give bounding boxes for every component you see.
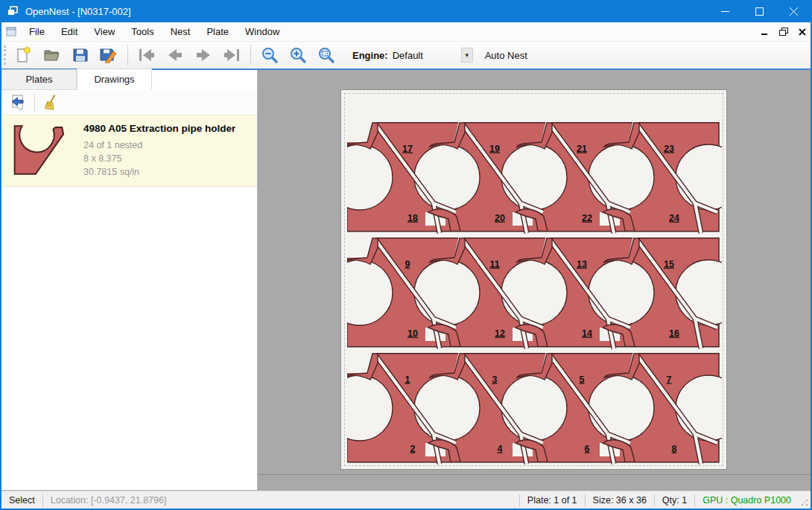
part-number: 9: [405, 259, 410, 270]
mdi-window-edge: [258, 474, 811, 475]
mdi-child-icon[interactable]: [1, 27, 21, 36]
part-number: 19: [489, 144, 500, 154]
part-number: 12: [495, 328, 505, 339]
app-window: OpenNest - [N0317-002] File Edit View To…: [0, 0, 812, 510]
engine-combobox[interactable]: Default ▼: [393, 48, 473, 63]
engine-label: Engine:: [352, 50, 388, 61]
part-area: 30.7815 sq/in: [83, 165, 235, 179]
open-folder-icon: [43, 47, 61, 63]
drawings-toolbar: [1, 90, 257, 115]
main-toolbar: Engine: Default ▼ Auto Nest: [1, 42, 811, 70]
toolbar-separator: [250, 45, 251, 66]
drawing-list-item[interactable]: 4980 A05 Extraction pipe holder 24 of 1 …: [1, 115, 257, 187]
status-size: Size: 36 x 36: [586, 495, 654, 506]
zoom-out-button[interactable]: [256, 43, 284, 67]
status-mode: Select: [1, 495, 42, 506]
title-bar: OpenNest - [N0317-002]: [1, 0, 811, 22]
part-number: 2: [410, 444, 416, 454]
menu-view[interactable]: View: [86, 23, 123, 40]
new-file-icon: [16, 46, 32, 64]
next-arrow-icon: [195, 48, 212, 62]
zoom-in-icon: [289, 46, 307, 64]
part-number: 22: [582, 213, 592, 223]
maximize-button[interactable]: [742, 0, 776, 22]
part-number: 14: [582, 328, 592, 339]
open-button[interactable]: [38, 43, 66, 67]
engine-value: Default: [393, 50, 461, 61]
toolbar-grip[interactable]: [4, 45, 10, 65]
first-arrow-icon: [138, 48, 156, 62]
tab-plates[interactable]: Plates: [1, 69, 77, 90]
zoom-fit-button[interactable]: [312, 43, 340, 67]
first-plate-button[interactable]: [133, 43, 161, 67]
engine-dropdown-button[interactable]: ▼: [461, 48, 473, 63]
part-number: 3: [492, 374, 498, 385]
menu-plate[interactable]: Plate: [198, 23, 237, 40]
menu-edit[interactable]: Edit: [53, 23, 86, 40]
part-number: 7: [667, 374, 672, 385]
app-icon: [1, 5, 24, 17]
next-plate-button[interactable]: [189, 43, 218, 67]
save-button[interactable]: [66, 43, 95, 67]
part-nested-count: 24 of 1 nested: [83, 138, 235, 152]
menu-nest[interactable]: Nest: [162, 23, 199, 40]
panel-toolbar-separator: [34, 94, 35, 112]
zoom-out-icon: [261, 46, 279, 64]
part-number: 16: [669, 328, 679, 339]
return-part-button[interactable]: [6, 92, 30, 113]
part-number: 15: [664, 259, 674, 270]
previous-arrow-icon: [167, 48, 183, 62]
nested-parts-row[interactable]: 1719212318202224: [347, 122, 722, 234]
nested-parts-row[interactable]: 13572468: [347, 353, 722, 465]
last-arrow-icon: [223, 48, 241, 62]
mdi-minimize-button[interactable]: [761, 28, 769, 35]
toolbar-separator: [127, 45, 128, 66]
menu-window[interactable]: Window: [237, 23, 288, 40]
part-dimensions: 8 x 8.375: [83, 152, 235, 165]
part-number: 8: [672, 444, 677, 454]
left-panel: Plates Drawings: [1, 70, 258, 491]
resize-grip[interactable]: [799, 491, 811, 509]
status-qty: Qty: 1: [655, 495, 694, 506]
menu-bar: File Edit View Tools Nest Plate Window: [1, 22, 811, 42]
status-gpu: GPU : Quadro P1000: [695, 495, 799, 506]
menu-tools[interactable]: Tools: [123, 23, 162, 40]
part-number: 21: [577, 144, 587, 154]
last-plate-button[interactable]: [218, 43, 246, 67]
tab-drawings[interactable]: Drawings: [77, 68, 152, 90]
part-title: 4980 A05 Extraction pipe holder: [83, 123, 235, 134]
part-number: 11: [489, 259, 499, 270]
zoom-fit-icon: [317, 46, 335, 64]
part-number: 6: [585, 444, 590, 454]
close-button[interactable]: [776, 0, 811, 22]
save-as-button[interactable]: [95, 43, 123, 67]
part-number: 13: [577, 259, 587, 270]
mdi-restore-button[interactable]: [779, 28, 788, 36]
part-number: 18: [407, 213, 418, 223]
part-number: 5: [580, 374, 585, 385]
status-plate: Plate: 1 of 1: [520, 495, 585, 506]
menu-file[interactable]: File: [21, 23, 53, 40]
panel-tabs: Plates Drawings: [1, 70, 257, 90]
part-shape-icon: [12, 124, 72, 177]
status-location: Location: [-0.9437, 21.8796]: [43, 495, 174, 506]
zoom-in-button[interactable]: [284, 43, 312, 67]
part-number: 24: [669, 213, 679, 223]
plate-sheet[interactable]: 171921231820222491113151012141613572468: [340, 89, 727, 470]
previous-plate-button[interactable]: [161, 43, 189, 67]
part-number: 4: [498, 444, 503, 454]
save-edit-icon: [100, 47, 118, 63]
nested-parts-row[interactable]: 911131510121416: [347, 238, 722, 349]
part-thumbnail: [10, 121, 73, 179]
part-number: 20: [495, 213, 505, 223]
part-number: 23: [664, 144, 674, 154]
auto-nest-button[interactable]: Auto Nest: [480, 47, 532, 64]
save-icon: [72, 47, 89, 63]
nest-canvas[interactable]: 171921231820222491113151012141613572468: [258, 70, 811, 491]
status-bar: Select Location: [-0.9437, 21.8796] Plat…: [1, 491, 811, 509]
mdi-close-button[interactable]: [799, 28, 806, 36]
clear-parts-button[interactable]: [39, 92, 63, 113]
window-title: OpenNest - [N0317-002]: [24, 6, 708, 17]
new-button[interactable]: [10, 43, 38, 67]
minimize-button[interactable]: [708, 0, 742, 22]
